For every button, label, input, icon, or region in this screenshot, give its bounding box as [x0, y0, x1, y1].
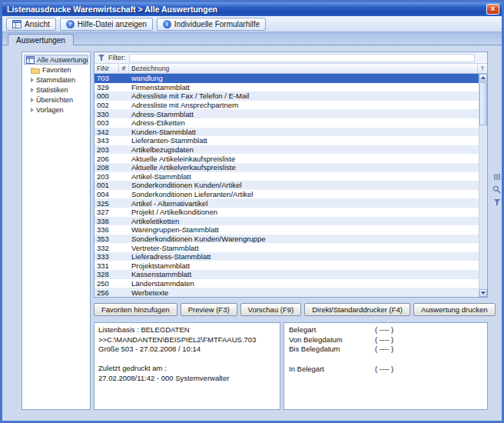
tree-item-label: Vorlagen: [36, 106, 64, 114]
row-number: 002: [94, 101, 119, 109]
bis-belegdatum-value: ( ---- ): [375, 345, 393, 355]
table-row[interactable]: 327 Projekt / Artikelkonditionen: [94, 208, 479, 217]
table-row[interactable]: 256 Werbetexte: [94, 288, 479, 297]
scroll-down-button[interactable]: [479, 289, 487, 297]
tree-item-stammdaten[interactable]: Stammdaten: [31, 75, 88, 85]
search-icon[interactable]: [492, 185, 501, 194]
form-help-button[interactable]: i Individuelle Formularhilfe: [157, 18, 266, 31]
direct-printer-f4-button[interactable]: Direkt/Standarddrucker (F4): [304, 303, 410, 316]
table-row[interactable]: 004 Sonderkonditionen Lieferanten/Artike…: [94, 190, 479, 199]
file-info-panel: Listenbasis : BELEGDATEN >>C:\MANDANTEN\…: [94, 322, 280, 410]
action-button-row: Favoriten hinzufügen Preview (F3) Vorsch…: [94, 303, 496, 316]
row-number: 328: [94, 270, 119, 278]
vorschau-f9-button[interactable]: Vorschau (F9): [240, 303, 302, 316]
row-number: 342: [94, 128, 119, 136]
filter-input[interactable]: [129, 54, 476, 62]
filter-icon: [98, 54, 105, 62]
row-title: Artikeletiketten: [129, 217, 479, 225]
row-title: Sonderkonditionen Kunden/Artikel: [129, 181, 479, 189]
column-header-flag[interactable]: #: [119, 64, 129, 73]
row-number: 338: [94, 217, 119, 225]
row-number: 336: [94, 225, 119, 234]
tree-item-alle-auswertungen[interactable]: Alle Auswertungen: [24, 55, 88, 65]
table-row[interactable]: 208 Aktuelle Artikelverkaufspreisliste: [94, 163, 479, 172]
table-row[interactable]: 001 Sonderkonditionen Kunden/Artikel: [94, 181, 479, 190]
scroll-up-button[interactable]: [479, 74, 487, 82]
table-row[interactable]: 206 Aktuelle Artikeleinkaufspreisliste: [94, 154, 479, 163]
row-title: Projekt / Artikelkonditionen: [129, 208, 479, 216]
row-number: 203: [94, 172, 119, 181]
title-bar: Listenausdrucke Warenwirtschaft > Alle A…: [2, 2, 502, 16]
tree-item-uebersichten[interactable]: Übersichten: [31, 95, 88, 105]
row-number: 329: [94, 83, 119, 92]
von-belegdatum-value: ( ---- ): [375, 335, 393, 345]
table-row[interactable]: 329 Firmenstammblatt: [94, 83, 479, 92]
row-title: Sonderkonditionen Lieferanten/Artikel: [129, 190, 479, 198]
in-belegart-label: In Belegart: [289, 365, 375, 375]
row-number: 327: [94, 208, 119, 216]
funnel-icon[interactable]: [493, 198, 501, 206]
add-favorites-button[interactable]: Favoriten hinzufügen: [94, 303, 177, 316]
row-number: 330: [94, 110, 119, 118]
preview-f3-button[interactable]: Preview (F3): [181, 303, 237, 316]
bis-belegdatum-row: Bis Belegdatum ( ---- ): [289, 345, 482, 355]
table-row[interactable]: 328 Kassenstammblatt: [94, 270, 479, 279]
expander-icon[interactable]: [31, 78, 34, 82]
column-header-bezeichnung[interactable]: Bezeichnung: [129, 64, 478, 73]
row-number: 003: [94, 118, 119, 127]
scrollbar-thumb[interactable]: [479, 82, 487, 125]
tab-auswertungen[interactable]: Auswertungen: [8, 34, 74, 45]
table-row[interactable]: 203 Artikelbezugsdaten: [94, 145, 479, 155]
last-printed-value: 27.02.2008/11:42 - 000 Systemverwalter: [98, 374, 276, 384]
table-row[interactable]: 331 Projektstammblatt: [94, 261, 479, 270]
row-title: Aktuelle Artikeleinkaufspreisliste: [129, 155, 479, 163]
tree-item-vorlagen[interactable]: Vorlagen: [31, 105, 88, 115]
row-number: 343: [94, 136, 119, 145]
row-title: Kassenstammblatt: [129, 270, 479, 278]
table-row[interactable]: 333 Lieferadress-Stammblatt: [94, 252, 479, 261]
row-title: Sonderkonditionen Kunden/Warengruppe: [129, 235, 479, 243]
tree-item-label: Stammdaten: [36, 76, 75, 84]
close-button[interactable]: ×: [486, 4, 499, 15]
report-list-panel: Filter: FiNr # Bezeichnung 703 wandlung …: [94, 52, 488, 298]
table-row[interactable]: 342 Kunden-Stammblatt: [94, 128, 479, 137]
table-row[interactable]: 338 Artikeletiketten: [94, 217, 479, 226]
tree-item-statistiken[interactable]: Statistiken: [31, 85, 88, 95]
help-file-button[interactable]: ? Hilfe-Datei anzeigen: [60, 18, 153, 31]
table-row[interactable]: 000 Adressliste mit Fax / Telefon / E-Ma…: [94, 92, 479, 101]
expander-icon[interactable]: [31, 88, 34, 92]
table-row[interactable]: 336 Warengruppen-Stammblatt: [94, 225, 479, 235]
expander-icon[interactable]: [31, 108, 34, 112]
columns-icon[interactable]: [493, 173, 501, 181]
table-row[interactable]: 003 Adress-Etiketten: [94, 118, 479, 128]
vertical-scrollbar[interactable]: [479, 74, 487, 297]
belegart-row: Belegart ( ---- ): [289, 325, 482, 335]
in-belegart-row: In Belegart ( ---- ): [289, 365, 482, 375]
column-filter-icon[interactable]: [478, 64, 487, 73]
expander-icon[interactable]: [31, 98, 34, 102]
row-number: 353: [94, 235, 119, 243]
row-title: Lieferadress-Stammblatt: [129, 252, 479, 261]
row-title: Adress-Stammblatt: [129, 110, 479, 118]
table-row[interactable]: 250 Länderstammdaten: [94, 279, 479, 288]
row-title: Vertreter-Stammblatt: [129, 244, 479, 252]
table-row[interactable]: 325 Artikel - Alternativartikel: [94, 198, 479, 208]
app-window: Listenausdrucke Warenwirtschaft > Alle A…: [0, 0, 504, 423]
print-report-button[interactable]: Auswertung drucken: [413, 303, 496, 316]
table-row[interactable]: 343 Lieferanten-Stammblatt: [94, 136, 479, 145]
toolbar: Ansicht ? Hilfe-Datei anzeigen i Individ…: [2, 16, 502, 32]
table-row[interactable]: 203 Artikel-Stammblatt: [94, 172, 479, 182]
table-row[interactable]: 353 Sonderkonditionen Kunden/Warengruppe: [94, 235, 479, 244]
navigation-tree: Alle Auswertungen Favoriten Stammdaten S…: [22, 52, 91, 410]
table-row[interactable]: 002 Adressliste mit Ansprechpartnern: [94, 101, 479, 110]
reports-icon: [26, 56, 35, 64]
row-number: 004: [94, 190, 119, 198]
table-header: FiNr # Bezeichnung: [94, 64, 487, 74]
row-title: Firmenstammblatt: [129, 83, 479, 92]
tree-item-favoriten[interactable]: Favoriten: [31, 65, 88, 75]
table-row[interactable]: 330 Adress-Stammblatt: [94, 109, 479, 118]
ansicht-button[interactable]: Ansicht: [6, 18, 56, 31]
table-row[interactable]: 703 wandlung: [94, 74, 479, 83]
column-header-finr[interactable]: FiNr: [94, 64, 119, 73]
table-row[interactable]: 332 Vertreter-Stammblatt: [94, 243, 479, 252]
